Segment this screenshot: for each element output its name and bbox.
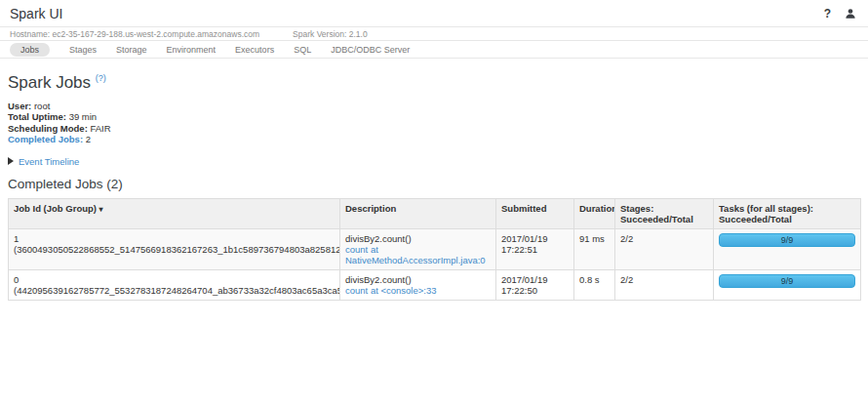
- summary-completed-jobs: Completed Jobs: 2: [8, 134, 860, 145]
- spark-version-label: Spark Version:: [293, 29, 346, 39]
- summary-user: User: root: [8, 101, 860, 112]
- hostname-text: Hostname: ec2-35-167-29-188.us-west-2.co…: [10, 29, 259, 39]
- completed-jobs-table: Job Id (Job Group) ▾ Description Submitt…: [8, 198, 861, 301]
- user-value: root: [34, 101, 50, 111]
- tasks-progress-bar: 9/9: [719, 274, 855, 288]
- tab-stages[interactable]: Stages: [69, 45, 97, 55]
- tab-sql[interactable]: SQL: [294, 45, 311, 55]
- uptime-label: Total Uptime:: [8, 111, 66, 122]
- description-cell: divisBy2.count() count at <console>:33: [340, 269, 496, 300]
- col-header-stages[interactable]: Stages: Succeeded/Total: [615, 198, 714, 228]
- tasks-cell: 9/9: [714, 228, 861, 269]
- scheduling-mode-label: Scheduling Mode:: [8, 123, 88, 134]
- event-timeline-toggle[interactable]: Event Timeline: [8, 156, 860, 167]
- job-description: divisBy2.count(): [345, 274, 491, 285]
- tab-executors[interactable]: Executors: [235, 45, 274, 55]
- job-detail-link[interactable]: count at <console>:33: [345, 285, 437, 296]
- spark-version-value: 2.1.0: [349, 29, 368, 39]
- tasks-progress-label: 9/9: [720, 276, 854, 286]
- nav-tabs: Jobs Stages Storage Environment Executor…: [0, 41, 868, 59]
- hostname-value: ec2-35-167-29-188.us-west-2.compute.amaz…: [52, 29, 259, 39]
- col-header-tasks[interactable]: Tasks (for all stages): Succeeded/Total: [714, 198, 861, 228]
- table-row: 0 (442095639162785772_553278318724826470…: [9, 269, 861, 300]
- scheduling-mode-value: FAIR: [90, 123, 110, 134]
- hostname-label: Hostname:: [10, 29, 50, 39]
- stages-cell: 2/2: [615, 269, 714, 300]
- col-header-duration[interactable]: Duration: [574, 198, 615, 228]
- completed-jobs-link[interactable]: Completed Jobs:: [8, 134, 83, 144]
- completed-jobs-title: Completed Jobs (2): [8, 177, 860, 191]
- job-detail-link[interactable]: count at NativeMethodAccessorImpl.java:0: [345, 244, 486, 265]
- page-title-text: Spark Jobs: [8, 73, 91, 92]
- summary-uptime: Total Uptime: 39 min: [8, 111, 860, 123]
- tab-jdbc-odbc-server[interactable]: JDBC/ODBC Server: [331, 45, 410, 55]
- tab-environment[interactable]: Environment: [167, 45, 217, 55]
- event-timeline-link[interactable]: Event Timeline: [19, 156, 79, 167]
- tasks-progress-label: 9/9: [720, 235, 854, 245]
- tab-jobs[interactable]: Jobs: [10, 43, 50, 57]
- tasks-cell: 9/9: [714, 269, 861, 300]
- app-header: Spark UI ?: [0, 0, 868, 26]
- uptime-value: 39 min: [69, 111, 98, 122]
- col-header-description[interactable]: Description: [340, 198, 496, 228]
- app-title: Spark UI: [10, 6, 62, 21]
- page-title-help-link[interactable]: (?): [96, 73, 106, 83]
- duration-cell: 0.8 s: [574, 269, 615, 300]
- user-icon[interactable]: [845, 8, 856, 20]
- tab-storage[interactable]: Storage: [116, 45, 147, 55]
- col-header-job-id-label: Job Id (Job Group): [14, 203, 97, 214]
- page-title: Spark Jobs (?): [8, 68, 860, 93]
- job-id-cell: 0 (442095639162785772_553278318724826470…: [9, 269, 340, 300]
- submitted-cell: 2017/01/19 17:22:51: [496, 228, 574, 269]
- completed-jobs-count: 2: [86, 134, 91, 144]
- user-label: User:: [8, 101, 31, 111]
- job-summary-list: User: root Total Uptime: 39 min Scheduli…: [8, 101, 860, 145]
- stages-cell: 2/2: [615, 228, 714, 269]
- expand-arrow-icon: [8, 157, 14, 165]
- spark-version-text: Spark Version: 2.1.0: [293, 29, 368, 39]
- meta-strip: Hostname: ec2-35-167-29-188.us-west-2.co…: [0, 26, 868, 41]
- summary-scheduling-mode: Scheduling Mode: FAIR: [8, 123, 860, 135]
- job-id-cell: 1 (3600493050522868552_51475669183621672…: [9, 228, 340, 269]
- col-header-submitted[interactable]: Submitted: [496, 198, 574, 228]
- help-icon[interactable]: ?: [824, 7, 831, 20]
- col-header-job-id[interactable]: Job Id (Job Group) ▾: [9, 198, 340, 228]
- sort-desc-icon: ▾: [99, 205, 103, 214]
- description-cell: divisBy2.count() count at NativeMethodAc…: [340, 228, 496, 269]
- job-description: divisBy2.count(): [345, 233, 491, 244]
- table-header-row: Job Id (Job Group) ▾ Description Submitt…: [9, 198, 861, 228]
- main-content: Spark Jobs (?) User: root Total Uptime: …: [0, 59, 868, 301]
- table-row: 1 (3600493050522868552_51475669183621672…: [9, 228, 861, 269]
- duration-cell: 91 ms: [574, 228, 615, 269]
- tasks-progress-bar: 9/9: [719, 233, 855, 247]
- submitted-cell: 2017/01/19 17:22:50: [496, 269, 574, 300]
